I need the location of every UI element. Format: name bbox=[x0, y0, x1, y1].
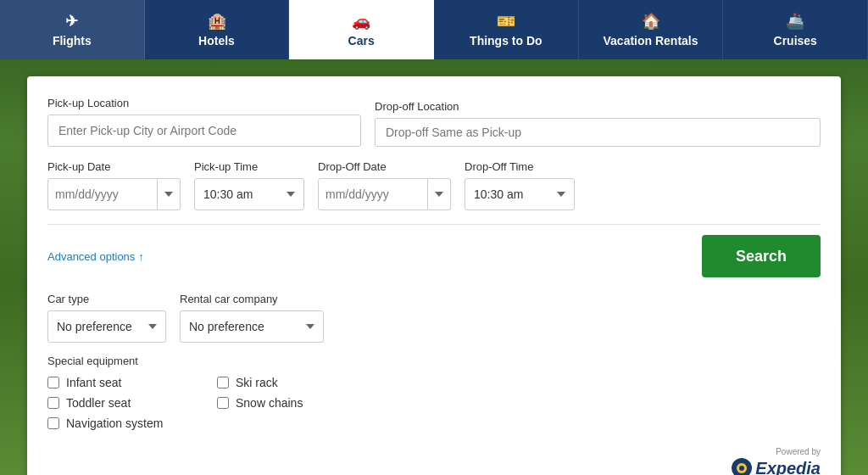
nav-item-vacation-rentals[interactable]: 🏠 Vacation Rentals bbox=[579, 0, 724, 59]
pickup-time-label: Pick-up Time bbox=[194, 160, 304, 173]
search-card: Pick-up Location Drop-off Location Pick-… bbox=[27, 76, 841, 475]
snow-chains-label: Snow chains bbox=[236, 396, 303, 410]
pickup-location-label: Pick-up Location bbox=[47, 97, 361, 109]
checkbox-snow-chains[interactable]: Snow chains bbox=[217, 396, 370, 410]
dropoff-date-label: Drop-Off Date bbox=[318, 160, 451, 173]
datetime-row: Pick-up Date Pick-up Time 10:30 am 12:00… bbox=[47, 160, 821, 210]
infant-seat-checkbox[interactable] bbox=[47, 377, 59, 388]
checkbox-ski-rack[interactable]: Ski rack bbox=[217, 376, 370, 389]
pickup-location-group: Pick-up Location bbox=[47, 97, 361, 147]
advanced-dropdowns: Car type No preference Economy Compact M… bbox=[47, 293, 821, 343]
pickup-date-label: Pick-up Date bbox=[47, 160, 181, 173]
car-type-select[interactable]: No preference Economy Compact Mid-size F… bbox=[47, 310, 166, 343]
things-icon: 🎫 bbox=[497, 12, 515, 31]
toddler-seat-label: Toddler seat bbox=[66, 396, 131, 410]
nav-bar: ✈ Flights 🏨 Hotels 🚗 Cars 🎫 Things to Do… bbox=[0, 0, 868, 59]
expedia-icon bbox=[732, 458, 752, 475]
vacation-icon: 🏠 bbox=[642, 12, 660, 31]
pickup-date-dropdown-btn[interactable] bbox=[158, 178, 181, 210]
nav-item-cars[interactable]: 🚗 Cars bbox=[289, 0, 434, 59]
nav-item-cruises[interactable]: 🚢 Cruises bbox=[723, 0, 868, 59]
svg-point-2 bbox=[739, 466, 744, 471]
nav-item-flights[interactable]: ✈ Flights bbox=[0, 0, 145, 59]
expedia-label: Expedia bbox=[755, 459, 821, 476]
search-button[interactable]: Search bbox=[702, 235, 821, 277]
footer: Powered by Expedia bbox=[47, 440, 821, 475]
nav-item-things-to-do[interactable]: 🎫 Things to Do bbox=[434, 0, 579, 59]
nav-label-things-to-do: Things to Do bbox=[470, 34, 542, 48]
dropoff-time-group: Drop-Off Time 10:30 am 12:00 am10:00 am … bbox=[465, 160, 575, 210]
dropoff-date-dropdown-btn[interactable] bbox=[428, 178, 451, 210]
rental-company-select[interactable]: No preference Avis Budget Enterprise Her… bbox=[180, 310, 324, 343]
infant-seat-label: Infant seat bbox=[66, 376, 121, 389]
dropoff-location-group: Drop-off Location bbox=[375, 100, 821, 147]
rental-company-group: Rental car company No preference Avis Bu… bbox=[180, 293, 324, 343]
nav-label-cars: Cars bbox=[348, 34, 375, 48]
pickup-time-group: Pick-up Time 10:30 am 12:00 am12:30 am10… bbox=[194, 160, 304, 210]
special-equipment-label: Special equipment bbox=[47, 355, 821, 367]
powered-by-text: Powered by bbox=[776, 447, 821, 456]
advanced-options-row: Advanced options ↑ Search bbox=[47, 235, 821, 277]
navigation-system-checkbox[interactable] bbox=[47, 417, 59, 429]
nav-label-vacation-rentals: Vacation Rentals bbox=[604, 34, 698, 48]
dropoff-date-wrapper bbox=[318, 178, 451, 210]
pickup-time-select[interactable]: 10:30 am 12:00 am12:30 am10:00 am 11:00 … bbox=[194, 178, 304, 210]
advanced-options-link[interactable]: Advanced options ↑ bbox=[47, 250, 144, 263]
cruises-icon: 🚢 bbox=[786, 12, 804, 31]
dropoff-date-input[interactable] bbox=[318, 178, 428, 210]
cars-icon: 🚗 bbox=[352, 12, 370, 31]
rental-company-label: Rental car company bbox=[180, 293, 324, 305]
nav-label-hotels: Hotels bbox=[198, 34, 235, 48]
flights-icon: ✈ bbox=[65, 12, 78, 31]
divider bbox=[47, 224, 821, 225]
checkbox-infant-seat[interactable]: Infant seat bbox=[47, 376, 200, 389]
checkbox-grid: Infant seat Ski rack Toddler seat Snow c… bbox=[47, 376, 821, 430]
car-type-group: Car type No preference Economy Compact M… bbox=[47, 293, 166, 343]
expedia-logo: Expedia bbox=[732, 458, 821, 475]
dropoff-time-label: Drop-Off Time bbox=[465, 160, 575, 173]
advanced-panel: Car type No preference Economy Compact M… bbox=[47, 289, 821, 475]
pickup-date-wrapper bbox=[47, 178, 181, 210]
snow-chains-checkbox[interactable] bbox=[217, 397, 229, 409]
pickup-date-input[interactable] bbox=[47, 178, 158, 210]
dropoff-date-group: Drop-Off Date bbox=[318, 160, 451, 210]
toddler-seat-checkbox[interactable] bbox=[47, 397, 59, 409]
advanced-options-label: Advanced options bbox=[47, 250, 135, 263]
nav-label-cruises: Cruises bbox=[774, 34, 817, 48]
dropoff-location-label: Drop-off Location bbox=[375, 100, 821, 113]
ski-rack-label: Ski rack bbox=[236, 376, 278, 389]
advanced-arrow-icon: ↑ bbox=[138, 250, 144, 263]
pickup-location-input[interactable] bbox=[47, 115, 361, 147]
ski-rack-checkbox[interactable] bbox=[217, 377, 229, 388]
car-type-label: Car type bbox=[47, 293, 166, 305]
checkbox-navigation-system[interactable]: Navigation system bbox=[47, 416, 200, 430]
location-row: Pick-up Location Drop-off Location bbox=[47, 97, 821, 147]
dropoff-time-select[interactable]: 10:30 am 12:00 am10:00 am 11:00 am11:30 … bbox=[465, 178, 575, 210]
nav-label-flights: Flights bbox=[53, 34, 92, 48]
pickup-date-group: Pick-up Date bbox=[47, 160, 181, 210]
dropoff-location-input[interactable] bbox=[375, 118, 821, 147]
checkbox-toddler-seat[interactable]: Toddler seat bbox=[47, 396, 200, 410]
navigation-system-label: Navigation system bbox=[66, 416, 163, 430]
hotels-icon: 🏨 bbox=[208, 12, 226, 31]
nav-item-hotels[interactable]: 🏨 Hotels bbox=[145, 0, 290, 59]
powered-by-container: Powered by Expedia bbox=[732, 447, 821, 475]
